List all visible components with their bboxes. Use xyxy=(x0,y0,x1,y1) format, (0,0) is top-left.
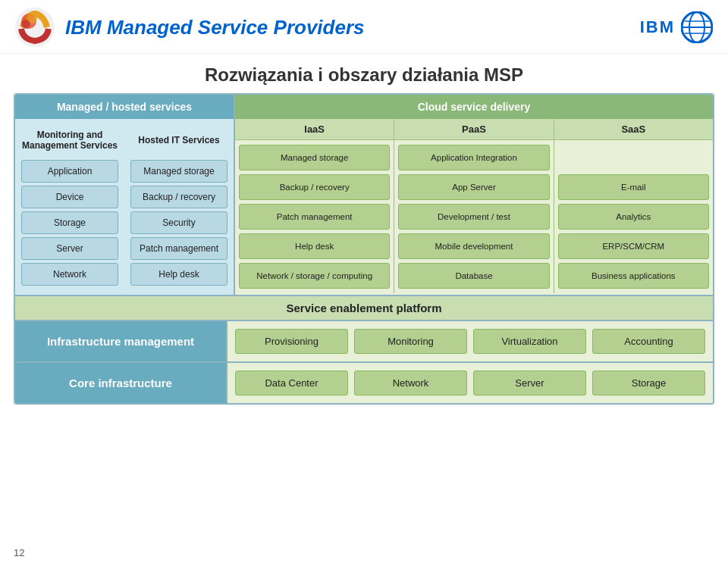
header-left: IBM Managed Service Providers xyxy=(15,8,364,47)
saas-col: E-mail Analytics ERP/SCM/CRM Business ap… xyxy=(554,140,713,293)
list-item: Storage xyxy=(592,371,705,396)
list-item: Monitoring xyxy=(354,329,467,354)
list-item: Device xyxy=(21,186,118,208)
list-item: Network / storage / computing xyxy=(239,263,390,289)
left-col-monitoring: Monitoring and Management Services Appli… xyxy=(15,125,124,289)
right-panel: Cloud service delivery IaaS PaaS SaaS Ma… xyxy=(235,95,713,295)
list-item: Backup / recovery xyxy=(130,186,228,208)
list-item: Server xyxy=(21,237,118,260)
list-item: Security xyxy=(130,211,228,234)
core-infra-label: Core infrastructure xyxy=(15,363,228,403)
list-item: E-mail xyxy=(558,174,709,200)
iaas-col: Managed storage Backup / recovery Patch … xyxy=(235,140,394,293)
left-col-hosted: Hosted IT Services Managed storage Backu… xyxy=(124,125,234,289)
page-number: 12 xyxy=(14,547,24,558)
core-items: Data Center Network Server Storage xyxy=(228,363,713,403)
main-content: Managed / hosted services Monitoring and… xyxy=(0,93,728,412)
list-item: Accounting xyxy=(592,329,705,354)
cloud-subheaders: IaaS PaaS SaaS xyxy=(235,119,713,140)
cloud-body: Managed storage Backup / recovery Patch … xyxy=(235,140,713,293)
list-item: Patch management xyxy=(239,204,390,230)
list-item: Backup / recovery xyxy=(239,174,390,200)
list-item: Virtualization xyxy=(473,329,586,354)
list-item: Development / test xyxy=(398,204,549,230)
list-item: ERP/SCM/CRM xyxy=(558,233,709,259)
list-item: Managed storage xyxy=(239,145,390,170)
list-item: Patch management xyxy=(130,237,228,260)
list-item: App Server xyxy=(398,174,549,200)
service-platform: Service enablement platform xyxy=(15,295,713,321)
paas-col: Application Integration App Server Devel… xyxy=(394,140,554,293)
top-section: Managed / hosted services Monitoring and… xyxy=(15,95,713,295)
list-item: Server xyxy=(473,371,586,396)
list-item: Analytics xyxy=(558,204,709,230)
cloud-header: Cloud service delivery xyxy=(235,95,713,119)
page-subtitle: Rozwiązania i obszary działania MSP xyxy=(0,54,728,93)
left-panel: Managed / hosted services Monitoring and… xyxy=(15,95,235,295)
header: IBM Managed Service Providers IBM xyxy=(0,0,728,54)
cloud-col-paas: PaaS xyxy=(394,119,554,139)
list-item: Help desk xyxy=(239,233,390,259)
header-right: IBM xyxy=(640,11,713,43)
list-item: Storage xyxy=(21,211,118,234)
infra-items: Provisioning Monitoring Virtualization A… xyxy=(228,321,713,361)
list-item: Network xyxy=(354,371,467,396)
cloud-col-saas: SaaS xyxy=(554,119,713,139)
left-panel-body: Monitoring and Management Services Appli… xyxy=(15,119,234,295)
cloud-col-iaas: IaaS xyxy=(235,119,394,139)
list-item: Mobile development xyxy=(398,233,549,259)
header-title: IBM Managed Service Providers xyxy=(65,16,364,39)
left-panel-header: Managed / hosted services xyxy=(15,95,234,119)
core-infra-row: Core infrastructure Data Center Network … xyxy=(15,363,713,403)
list-item: Network xyxy=(21,263,118,286)
infra-management-row: Infrastructure management Provisioning M… xyxy=(15,321,713,363)
outer-box: Managed / hosted services Monitoring and… xyxy=(14,93,714,405)
list-item: Data Center xyxy=(235,371,348,396)
ibm-globe-icon xyxy=(681,11,713,43)
col2-header: Hosted IT Services xyxy=(130,128,228,152)
list-item: Managed storage xyxy=(130,160,228,183)
ibm-logo-text: IBM xyxy=(640,17,675,37)
infra-management-label: Infrastructure management xyxy=(15,321,228,361)
col1-header: Monitoring and Management Services xyxy=(21,128,118,152)
list-item: Database xyxy=(398,263,549,289)
list-item: Help desk xyxy=(130,263,228,286)
list-item: Application Integration xyxy=(398,145,549,170)
svg-point-3 xyxy=(21,20,30,29)
list-item: Business applications xyxy=(558,263,709,289)
list-item: Application xyxy=(21,160,118,183)
ibm-msp-logo-icon xyxy=(15,8,55,47)
list-item: Provisioning xyxy=(235,329,348,354)
